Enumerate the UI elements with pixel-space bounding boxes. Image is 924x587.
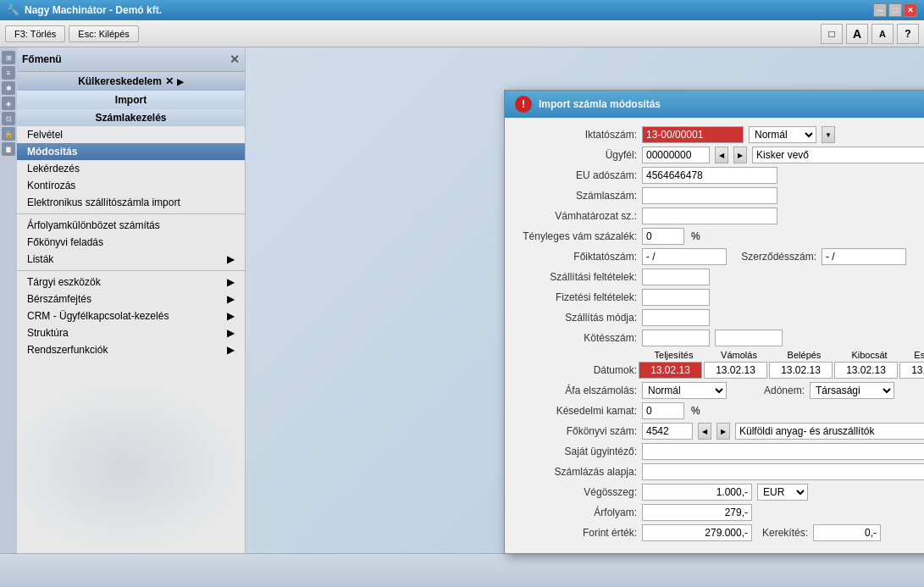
sajat-ugyintezo-input[interactable]: [642, 443, 924, 460]
szallitas-modja-input[interactable]: [642, 309, 710, 326]
sidebar-item-kontirozas[interactable]: Kontírozás: [17, 177, 245, 194]
date-header-vamolas: Vámolás: [707, 350, 771, 360]
kotesszam-input2[interactable]: [715, 329, 783, 346]
afa-elszamolas-select[interactable]: Normál: [642, 382, 727, 399]
szamlaszam-input[interactable]: [642, 187, 777, 204]
arfolyam-label: Árfolyam:: [518, 507, 637, 518]
sidebar-item-targyieszk[interactable]: Tárgyi eszközök ▶: [17, 274, 245, 291]
sidebar-item-elektronikus[interactable]: Elektronikus szállítószámla import: [17, 194, 245, 211]
kesedelmi-percent: %: [691, 405, 700, 417]
date-belepes-input[interactable]: [769, 362, 833, 379]
currency-select[interactable]: EUR: [757, 484, 808, 501]
dates-headers: Teljesítés Vámolás Belépés Kibocsát Esed…: [642, 350, 924, 360]
iktatoszam-input[interactable]: [642, 126, 744, 143]
arrow-icon: ▶: [227, 310, 235, 322]
arrow-icon: ▶: [227, 344, 235, 356]
help-btn[interactable]: ?: [897, 24, 919, 44]
sidebar-item-struktura[interactable]: Struktúra ▶: [17, 324, 245, 341]
minimize-btn[interactable]: ─: [873, 3, 887, 17]
window-icon-btn[interactable]: □: [821, 24, 843, 44]
sidebar-item-crm[interactable]: CRM - Ügyfélkapcsolat-kezelés ▶: [17, 307, 245, 324]
fokonyvi-name-input[interactable]: [735, 423, 924, 440]
ugyfel-nav-next[interactable]: ▶: [733, 147, 747, 163]
sidebar-item-felvetel[interactable]: Felvétel: [17, 126, 245, 143]
sajat-ugyintezo-label: Saját ügyintéző:: [518, 446, 637, 457]
tenyleges-vam-row: Tényleges vám százalék: %: [518, 228, 924, 245]
adonem-select[interactable]: Társasági: [810, 382, 894, 399]
sidebar-main-close[interactable]: ✕: [230, 53, 240, 66]
foiktatoszam-input[interactable]: [642, 248, 727, 265]
fizetesi-felt-input[interactable]: [642, 289, 710, 306]
date-header-kibocsat: Kibocsát: [838, 350, 901, 360]
tenyleges-vam-input[interactable]: [642, 228, 684, 245]
vegosszeg-row: Végösszeg: EUR: [518, 484, 924, 501]
foiktatoszam-row: Főiktatószám: Szerződésszám:: [518, 248, 924, 265]
fokonyvi-nav-next[interactable]: ▶: [717, 423, 730, 440]
vegosszeg-input[interactable]: [642, 484, 752, 501]
date-teljesites-input[interactable]: [639, 362, 702, 379]
left-icon-3[interactable]: ✱: [2, 81, 15, 95]
kotesszam-input1[interactable]: [642, 329, 710, 346]
sidebar-item-berszamf[interactable]: Bérszámfejtés ▶: [17, 291, 245, 307]
sidebar-item-rendszer[interactable]: Rendszerfunkciók ▶: [17, 341, 245, 358]
maximize-btn[interactable]: □: [888, 3, 902, 17]
close-btn[interactable]: ✕: [904, 3, 917, 17]
kerekites-label: Kerekítés:: [757, 527, 808, 539]
fokonyvi-nav-prev[interactable]: ◀: [698, 423, 711, 440]
kotesszam-row: Kötésszám:: [518, 329, 924, 346]
left-icon-5[interactable]: ⊡: [2, 112, 15, 125]
iktatoszam-nav-btn[interactable]: ▼: [822, 126, 835, 143]
ugyfel-code-input[interactable]: [642, 147, 710, 163]
date-kibocsat-input[interactable]: [834, 362, 898, 379]
fokonyvi-code-input[interactable]: [642, 423, 693, 440]
sidebar: ⊞ ≡ ✱ ◈ ⊡ 🔒 📋 Főmenü ✕ Külkereskedelem ✕…: [0, 47, 246, 553]
toolbar-right: □ A A ?: [821, 24, 919, 44]
date-vamolas-input[interactable]: [704, 362, 767, 379]
left-icon-2[interactable]: ≡: [2, 66, 15, 80]
arfolyam-input[interactable]: [642, 504, 752, 521]
percent-sign: %: [691, 230, 700, 242]
sidebar-szamlakezelés: Számlakezelés: [17, 109, 245, 126]
afa-elszamolas-label: Áfa elszámolás:: [518, 385, 637, 396]
forint-ertek-row: Forint érték: Kerekítés:: [518, 524, 924, 541]
vegosszeg-label: Végösszeg:: [518, 486, 637, 498]
kesedelmi-row: Késedelmi kamat: %: [518, 402, 924, 419]
font-small-btn[interactable]: A: [871, 24, 894, 44]
szerzodeszam-input[interactable]: [822, 248, 906, 265]
dialog: ! Import számla módosítás ✕ Iktatószám: …: [504, 90, 924, 554]
sidebar-item-arfolyam[interactable]: Árfolyamkülönbözet számítás: [17, 217, 245, 234]
kerekites-input[interactable]: [813, 524, 881, 541]
left-icon-4[interactable]: ◈: [2, 97, 15, 110]
sidebar-item-fokonyvi[interactable]: Főkönyvi feladás: [17, 234, 245, 251]
f3-torles-button[interactable]: F3: Törlés: [5, 25, 65, 42]
left-icon-7[interactable]: 📋: [2, 142, 15, 156]
sidebar-kulkereskedelem: Külkereskedelem ✕ ▶: [17, 72, 245, 91]
szallitas-modja-row: Szállítás módja:: [518, 309, 924, 326]
arrow-icon: ▶: [227, 293, 235, 305]
eu-adoszam-row: EU adószám:: [518, 167, 924, 184]
kotesszam-label: Kötésszám:: [518, 332, 637, 344]
left-icon-1[interactable]: ⊞: [2, 51, 15, 64]
forint-ertek-input[interactable]: [642, 524, 752, 541]
sidebar-item-modositas[interactable]: Módosítás: [17, 143, 245, 160]
ugyfel-name-input[interactable]: [752, 147, 924, 163]
esc-kilepes-button[interactable]: Esc: Kilépés: [69, 25, 139, 42]
sidebar-kulkereskedelem-close[interactable]: ✕: [165, 75, 174, 87]
bottom-bar: [0, 553, 924, 587]
toolbar: F3: Törlés Esc: Kilépés □ A A ?: [0, 20, 924, 47]
date-esedékes-input[interactable]: [899, 362, 924, 379]
eu-adoszam-input[interactable]: [642, 167, 777, 184]
vamhatarozat-input[interactable]: [642, 208, 777, 224]
ugyfel-nav-prev[interactable]: ◀: [715, 147, 728, 163]
left-icon-6[interactable]: 🔒: [2, 127, 15, 141]
sidebar-item-lekerdezés[interactable]: Lekérdezés: [17, 160, 245, 177]
dialog-icon: !: [515, 96, 532, 113]
normal-select[interactable]: Normál: [749, 126, 816, 143]
szamlazas-alapja-input[interactable]: [642, 463, 924, 480]
sidebar-item-listak[interactable]: Listák ▶: [17, 251, 245, 268]
font-large-btn[interactable]: A: [846, 24, 868, 44]
szallitasi-felt-row: Szállítási feltételek:: [518, 269, 924, 285]
sidebar-import: Import: [17, 91, 245, 109]
kesedelmi-input[interactable]: [642, 402, 684, 419]
szallitasi-felt-input[interactable]: [642, 269, 710, 285]
